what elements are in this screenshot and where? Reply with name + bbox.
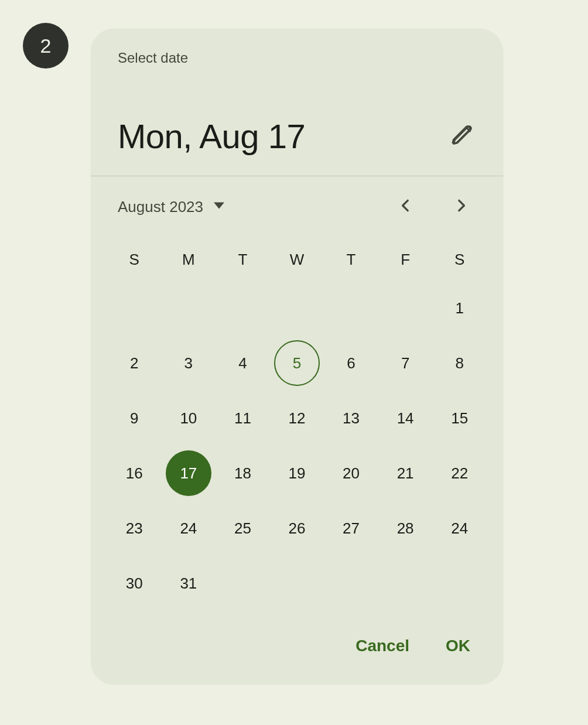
day-cell[interactable]: 3 <box>162 336 216 391</box>
day-number[interactable]: 31 <box>166 560 211 606</box>
day-cell[interactable]: 28 <box>378 501 433 556</box>
day-number[interactable]: 3 <box>166 340 211 386</box>
week-row: 23242526272824 <box>107 501 487 556</box>
weekday-cell: W <box>270 238 324 281</box>
day-number[interactable]: 7 <box>382 340 428 386</box>
day-cell[interactable]: 22 <box>432 446 487 501</box>
day-cell <box>378 556 433 611</box>
day-cell <box>107 281 162 336</box>
step-number: 2 <box>40 35 52 57</box>
day-number[interactable]: 15 <box>437 395 483 441</box>
chevron-left-icon <box>398 198 413 216</box>
day-number <box>437 560 483 606</box>
day-number[interactable]: 18 <box>220 450 265 496</box>
day-number[interactable]: 4 <box>220 340 265 386</box>
day-number <box>274 560 320 606</box>
day-number[interactable]: 30 <box>111 560 157 606</box>
day-number[interactable]: 24 <box>166 505 211 551</box>
day-cell[interactable]: 14 <box>378 391 433 446</box>
day-number <box>166 285 211 331</box>
day-cell[interactable]: 9 <box>107 391 162 446</box>
day-cell[interactable]: 15 <box>432 391 487 446</box>
day-cell[interactable]: 8 <box>432 336 487 391</box>
cancel-button[interactable]: Cancel <box>352 632 413 660</box>
day-cell <box>216 281 270 336</box>
day-cell[interactable]: 12 <box>270 391 324 446</box>
day-number[interactable]: 22 <box>437 450 483 496</box>
weekday-cell: S <box>107 238 162 281</box>
day-number[interactable]: 17 <box>166 450 211 496</box>
day-cell[interactable]: 25 <box>216 501 270 556</box>
day-cell[interactable]: 24 <box>162 501 216 556</box>
day-cell[interactable]: 30 <box>107 556 162 611</box>
day-number <box>274 285 320 331</box>
day-cell <box>378 281 433 336</box>
supporting-text: Select date <box>118 50 476 66</box>
day-number[interactable]: 20 <box>329 450 374 496</box>
next-month-button[interactable] <box>446 191 476 222</box>
day-cell[interactable]: 6 <box>324 336 378 391</box>
day-cell[interactable]: 10 <box>162 391 216 446</box>
step-badge: 2 <box>23 23 69 69</box>
weeks-container: 1234567891011121314151617181920212223242… <box>107 281 487 611</box>
day-number[interactable]: 2 <box>111 340 157 386</box>
day-number <box>111 285 157 331</box>
day-number[interactable]: 8 <box>437 340 483 386</box>
dialog-actions: Cancel OK <box>91 617 503 685</box>
day-cell[interactable]: 26 <box>270 501 324 556</box>
day-number[interactable]: 25 <box>220 505 265 551</box>
week-row: 2345678 <box>107 336 487 391</box>
day-cell[interactable]: 16 <box>107 446 162 501</box>
ok-button[interactable]: OK <box>442 632 474 660</box>
day-cell[interactable]: 21 <box>378 446 433 501</box>
weekday-cell: T <box>216 238 270 281</box>
day-number[interactable]: 5 <box>274 340 320 386</box>
weekday-cell: S <box>432 238 487 281</box>
day-number[interactable]: 13 <box>329 395 374 441</box>
card-header: Select date Mon, Aug 17 <box>91 29 503 176</box>
day-number <box>382 560 428 606</box>
day-number[interactable]: 11 <box>220 395 265 441</box>
day-cell[interactable]: 23 <box>107 501 162 556</box>
day-cell[interactable]: 1 <box>432 281 487 336</box>
day-number[interactable]: 10 <box>166 395 211 441</box>
day-cell[interactable]: 7 <box>378 336 433 391</box>
day-number[interactable]: 27 <box>329 505 374 551</box>
edit-button[interactable] <box>448 122 476 151</box>
day-number <box>220 285 265 331</box>
day-cell[interactable]: 11 <box>216 391 270 446</box>
day-cell[interactable]: 13 <box>324 391 378 446</box>
month-select[interactable]: August 2023 <box>118 198 224 216</box>
chevron-right-icon <box>453 198 469 216</box>
day-cell <box>324 281 378 336</box>
day-cell[interactable]: 2 <box>107 336 162 391</box>
day-cell[interactable]: 5 <box>270 336 324 391</box>
day-cell[interactable]: 17 <box>162 446 216 501</box>
week-row: 9101112131415 <box>107 391 487 446</box>
day-number[interactable]: 6 <box>329 340 374 386</box>
day-cell[interactable]: 18 <box>216 446 270 501</box>
day-cell[interactable]: 31 <box>162 556 216 611</box>
day-number[interactable]: 16 <box>111 450 157 496</box>
prev-month-button[interactable] <box>391 191 421 222</box>
day-cell <box>324 556 378 611</box>
day-cell[interactable]: 19 <box>270 446 324 501</box>
day-number[interactable]: 21 <box>382 450 428 496</box>
weekday-cell: T <box>324 238 378 281</box>
day-number[interactable]: 23 <box>111 505 157 551</box>
day-number <box>329 560 374 606</box>
day-cell[interactable]: 20 <box>324 446 378 501</box>
day-number[interactable]: 9 <box>111 395 157 441</box>
day-number[interactable]: 12 <box>274 395 320 441</box>
selected-date-headline: Mon, Aug 17 <box>118 117 305 156</box>
day-cell[interactable]: 24 <box>432 501 487 556</box>
month-label: August 2023 <box>118 198 203 216</box>
day-number[interactable]: 28 <box>382 505 428 551</box>
day-number[interactable]: 14 <box>382 395 428 441</box>
day-number[interactable]: 19 <box>274 450 320 496</box>
day-cell[interactable]: 27 <box>324 501 378 556</box>
day-cell[interactable]: 4 <box>216 336 270 391</box>
day-number[interactable]: 1 <box>437 285 483 331</box>
day-number[interactable]: 26 <box>274 505 320 551</box>
day-number[interactable]: 24 <box>437 505 483 551</box>
